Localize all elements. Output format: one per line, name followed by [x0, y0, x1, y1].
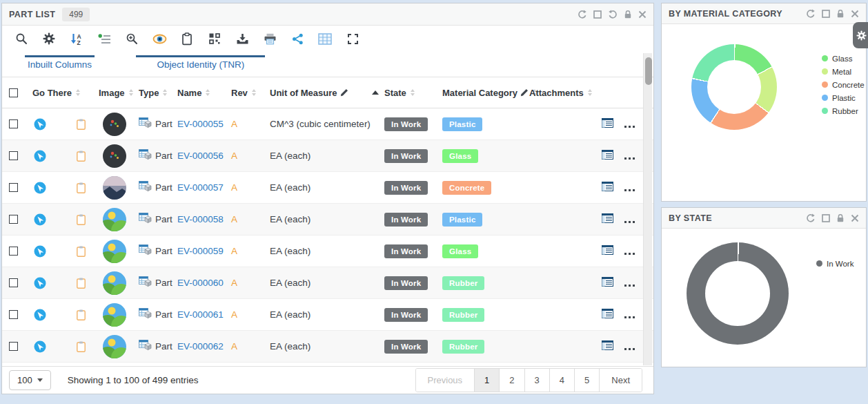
share-icon[interactable]: [284, 33, 311, 45]
legend-item[interactable]: Rubber: [822, 104, 865, 117]
part-name-link[interactable]: EV-000057: [177, 182, 224, 193]
part-name-link[interactable]: EV-000060: [177, 278, 224, 288]
go-there-icon[interactable]: [34, 245, 46, 258]
qr-grid-icon[interactable]: [201, 32, 228, 45]
attachments-icon[interactable]: [602, 150, 613, 162]
download-icon[interactable]: [228, 33, 256, 45]
zoom-search-icon[interactable]: [118, 32, 146, 45]
go-there-icon[interactable]: [34, 150, 46, 162]
lock-icon[interactable]: [836, 213, 845, 223]
state-donut[interactable]: [687, 242, 789, 345]
copy-clipboard-icon[interactable]: [77, 309, 86, 320]
lock-icon[interactable]: [836, 9, 845, 19]
column-header-type[interactable]: Type: [139, 77, 177, 108]
legend-item[interactable]: Glass: [822, 52, 865, 65]
maximize-icon[interactable]: [593, 10, 602, 19]
select-all-checkbox[interactable]: [9, 88, 18, 97]
attachments-icon[interactable]: [602, 118, 613, 130]
refresh-icon[interactable]: [578, 10, 587, 19]
copy-clipboard-icon[interactable]: [77, 246, 86, 257]
attachments-icon[interactable]: [602, 340, 613, 352]
part-name-link[interactable]: EV-000058: [177, 214, 224, 224]
part-thumbnail[interactable]: [103, 240, 126, 263]
go-there-icon[interactable]: [34, 182, 46, 194]
page-button-5[interactable]: 5: [574, 369, 599, 392]
part-name-link[interactable]: EV-000055: [177, 119, 224, 129]
attachments-icon[interactable]: [602, 277, 613, 289]
fullscreen-icon[interactable]: [339, 33, 366, 45]
row-checkbox[interactable]: [9, 310, 18, 319]
select-all-checkbox-cell[interactable]: [9, 77, 32, 108]
tab-object-identity-tnr[interactable]: Object Identity (TNR): [136, 55, 265, 70]
part-thumbnail[interactable]: [103, 208, 126, 231]
column-header-uom[interactable]: Unit of Measure: [270, 77, 384, 108]
material-category-donut[interactable]: [691, 44, 777, 130]
row-checkbox[interactable]: [9, 119, 18, 128]
column-header-go-there[interactable]: Go There: [32, 77, 99, 108]
close-icon[interactable]: [851, 10, 859, 18]
table-row[interactable]: PartEV-000056AEA (each)In WorkGlass: [2, 140, 653, 172]
column-header-image[interactable]: Image: [99, 77, 139, 108]
column-header-material[interactable]: Material Category: [442, 77, 529, 108]
scrollbar-thumb[interactable]: [645, 57, 652, 85]
copy-clipboard-icon[interactable]: [77, 341, 86, 352]
refresh-icon[interactable]: [806, 9, 816, 19]
page-button-3[interactable]: 3: [524, 369, 549, 392]
table-row[interactable]: PartEV-000057AEA (each)In WorkConcrete: [2, 172, 653, 204]
clipboard-icon[interactable]: [173, 32, 201, 46]
row-checkbox[interactable]: [9, 278, 18, 287]
part-name-link[interactable]: EV-000061: [177, 309, 224, 320]
row-checkbox[interactable]: [9, 247, 18, 256]
column-header-state[interactable]: State: [384, 77, 442, 108]
legend-item[interactable]: Concrete: [822, 78, 865, 91]
lock-icon[interactable]: [624, 10, 632, 19]
tab-inbuilt-columns[interactable]: Inbuilt Columns: [25, 55, 95, 70]
sort-az-icon[interactable]: AZ: [63, 32, 90, 46]
row-menu-icon[interactable]: [623, 253, 635, 255]
copy-clipboard-icon[interactable]: [77, 214, 86, 225]
part-thumbnail[interactable]: [103, 335, 126, 358]
page-button-4[interactable]: 4: [549, 369, 574, 392]
row-checkbox[interactable]: [9, 183, 18, 192]
table-row[interactable]: PartEV-000058AEA (each)In WorkPlastic: [2, 204, 653, 235]
attachments-icon[interactable]: [602, 182, 613, 193]
row-menu-icon[interactable]: [623, 285, 635, 287]
legend-item[interactable]: Plastic: [822, 91, 865, 104]
page-button-2[interactable]: 2: [499, 369, 524, 392]
attachments-icon[interactable]: [602, 309, 613, 320]
page-size-dropdown[interactable]: 100: [9, 370, 51, 390]
row-menu-icon[interactable]: [623, 189, 635, 191]
table-grid-icon[interactable]: [311, 33, 339, 45]
settings-icon[interactable]: [35, 32, 63, 45]
go-there-icon[interactable]: [34, 213, 46, 226]
close-icon[interactable]: [851, 214, 859, 222]
row-menu-icon[interactable]: [623, 126, 635, 128]
go-there-icon[interactable]: [34, 309, 46, 321]
visibility-icon[interactable]: [146, 34, 173, 44]
part-name-link[interactable]: EV-000062: [177, 341, 224, 352]
part-thumbnail[interactable]: [103, 271, 126, 295]
table-row[interactable]: PartEV-000062AEA (each)In WorkRubber: [2, 331, 653, 363]
add-list-icon[interactable]: [90, 33, 118, 45]
row-checkbox[interactable]: [9, 342, 18, 351]
vertical-scrollbar[interactable]: [643, 53, 652, 365]
next-page-button[interactable]: Next: [599, 369, 642, 392]
row-checkbox[interactable]: [9, 151, 18, 160]
row-checkbox[interactable]: [9, 215, 18, 224]
undo-icon[interactable]: [608, 10, 618, 19]
maximize-icon[interactable]: [822, 214, 830, 222]
part-name-link[interactable]: EV-000056: [177, 151, 224, 161]
copy-clipboard-icon[interactable]: [77, 182, 86, 193]
copy-clipboard-icon[interactable]: [77, 119, 86, 130]
column-header-attachments[interactable]: Attachments: [529, 77, 623, 108]
column-header-rev[interactable]: Rev: [231, 77, 270, 108]
maximize-icon[interactable]: [822, 10, 830, 18]
column-header-name[interactable]: Name: [177, 77, 231, 108]
legend-item[interactable]: In Work: [816, 257, 854, 270]
print-icon[interactable]: [256, 33, 284, 45]
previous-page-button[interactable]: Previous: [416, 369, 475, 392]
copy-clipboard-icon[interactable]: [77, 278, 86, 289]
row-menu-icon[interactable]: [623, 316, 635, 318]
go-there-icon[interactable]: [34, 277, 46, 289]
page-button-1[interactable]: 1: [474, 369, 499, 392]
